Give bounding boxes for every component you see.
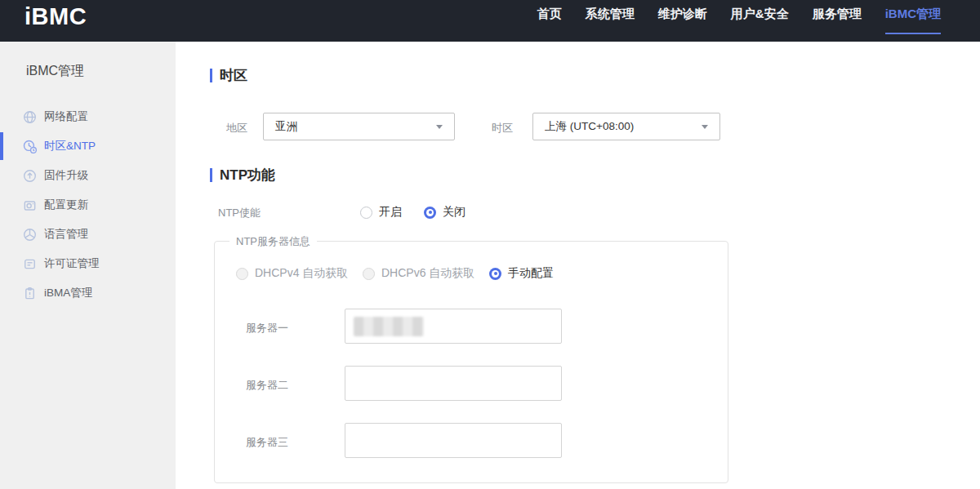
server2-input[interactable] [345,366,562,401]
sidebar-item-license[interactable]: 许可证管理 [0,249,176,278]
ntp-server-group: NTP服务器信息 DHCPv4 自动获取 DHCPv6 自动获取 手动配置 服务… [214,241,728,483]
radio-disabled-icon [363,268,375,280]
sidebar-item-language[interactable]: 语言管理 [0,220,176,249]
sidebar-item-label: iBMA管理 [44,286,92,300]
server3-input[interactable] [345,423,562,458]
dhcpv6-auto-radio[interactable]: DHCPv6 自动获取 [363,266,474,281]
top-header: iBMC 首页 系统管理 维护诊断 用户&安全 服务管理 iBMC管理 [0,0,980,42]
sidebar-title: iBMC管理 [26,63,84,80]
sidebar-menu: 网络配置 时区&NTP 固件升级 配置更新 [0,102,176,308]
nav-item-maintenance[interactable]: 维护诊断 [658,0,707,42]
sidebar-item-firmware-upgrade[interactable]: 固件升级 [0,161,176,190]
region-select[interactable]: 亚洲 [263,113,455,140]
ntp-enable-label: NTP使能 [218,206,261,220]
nav-item-system[interactable]: 系统管理 [586,0,635,42]
chevron-down-icon [436,125,443,129]
server1-label: 服务器一 [246,321,288,336]
sidebar-item-label: 固件升级 [44,168,88,183]
timezone-select-value: 上海 (UTC+08:00) [545,119,695,134]
ntp-enable-off-radio[interactable]: 关闭 [424,205,466,220]
top-nav: 首页 系统管理 维护诊断 用户&安全 服务管理 iBMC管理 [537,0,941,42]
ntp-enable-on-radio[interactable]: 开启 [360,205,402,220]
config-update-icon [23,198,37,212]
ibma-icon [23,287,37,300]
timezone-select[interactable]: 上海 (UTC+08:00) [532,113,720,140]
nav-item-ibmc[interactable]: iBMC管理 [885,0,941,42]
section-accent-bar [210,69,212,82]
sidebar-item-label: 时区&NTP [44,139,96,153]
language-icon [23,228,37,242]
firmware-upgrade-icon [23,169,37,183]
network-icon [23,110,37,124]
sidebar-item-label: 配置更新 [44,198,88,212]
manual-config-radio[interactable]: 手动配置 [489,266,554,281]
timezone-label: 时区 [492,121,513,136]
server3-label: 服务器三 [246,435,288,450]
timezone-ntp-icon [23,140,37,153]
nav-item-user-security[interactable]: 用户&安全 [731,0,789,42]
sidebar-item-config-update[interactable]: 配置更新 [0,190,176,220]
app-logo: iBMC [24,3,87,30]
radio-selected-icon [489,268,501,280]
nav-item-service[interactable]: 服务管理 [813,0,862,42]
main-content: 时区 地区 亚洲 时区 上海 (UTC+08:00) NTP功能 NTP使能 开… [176,42,980,489]
section-title-timezone: 时区 [210,66,247,85]
page: iBMC 首页 系统管理 维护诊断 用户&安全 服务管理 iBMC管理 iBMC… [0,0,980,489]
server1-input[interactable] [345,309,562,344]
sidebar-item-label: 语言管理 [44,227,88,242]
section-title-ntp: NTP功能 [210,166,275,184]
ntp-server-group-legend: NTP服务器信息 [229,234,317,249]
chevron-down-icon [702,125,708,129]
redacted-value [354,317,424,336]
server2-label: 服务器二 [246,378,288,393]
region-label: 地区 [226,121,247,136]
sidebar-item-label: 网络配置 [44,109,88,124]
license-icon [23,257,37,271]
section-accent-bar [210,168,212,182]
dhcpv4-auto-radio[interactable]: DHCPv4 自动获取 [236,266,348,281]
sidebar-item-timezone-ntp[interactable]: 时区&NTP [0,131,176,161]
region-select-value: 亚洲 [275,119,430,134]
radio-selected-icon [424,207,436,219]
sidebar-item-label: 许可证管理 [44,256,100,271]
nav-item-home[interactable]: 首页 [537,0,562,42]
sidebar-item-ibma[interactable]: iBMA管理 [0,278,176,308]
radio-disabled-icon [236,268,248,280]
radio-unselected-icon [360,207,372,219]
sidebar-item-network[interactable]: 网络配置 [0,102,176,131]
sidebar: iBMC管理 网络配置 时区&NTP 固件升级 [0,42,176,489]
